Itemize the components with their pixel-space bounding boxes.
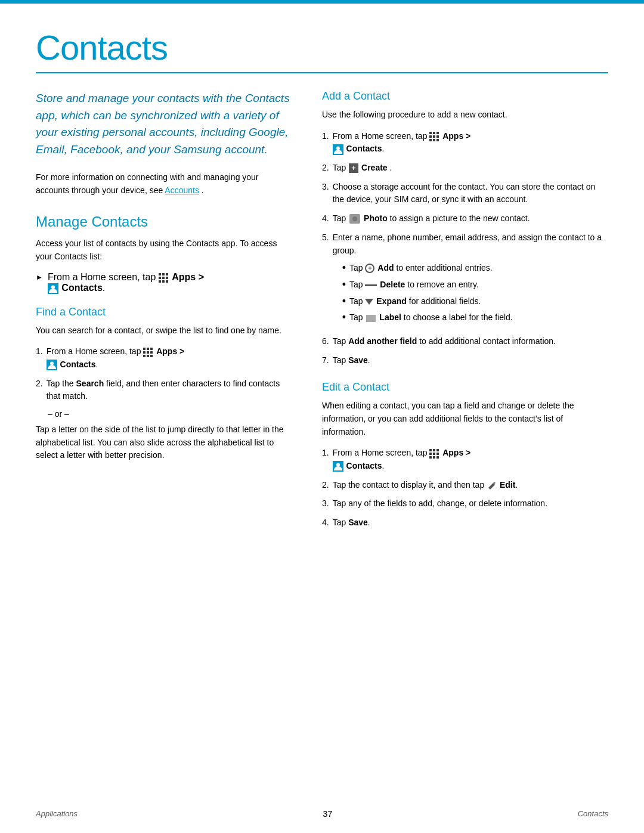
bullet-dot-3: • <box>342 295 346 308</box>
apps-label-manage: Apps > <box>172 272 204 282</box>
edit-step-2-bold: Edit <box>500 480 515 490</box>
edit-step-1: 1. From a Home screen, tap Apps > <box>322 447 608 472</box>
svg-point-7 <box>336 463 340 467</box>
find-step-1-text: From a Home screen, tap Apps > <box>47 345 185 371</box>
manage-contacts-step: ► From a Home screen, tap Apps > <box>36 272 292 294</box>
edit-step-4: 4. Tap Save. <box>322 516 608 529</box>
edit-step-1-num: 1. <box>322 447 329 472</box>
find-step-1-num: 1. <box>36 345 43 371</box>
edit-step-2: 2. Tap the contact to display it, and th… <box>322 479 608 492</box>
create-icon: + <box>349 163 358 173</box>
edit-step-3-num: 3. <box>322 497 329 510</box>
svg-point-5 <box>336 146 340 150</box>
bullet-dot-1: • <box>342 262 346 275</box>
edit-step-1-text: From a Home screen, tap Apps > <box>333 447 471 472</box>
intro-normal-prefix: For more information on connecting with … <box>36 172 259 195</box>
edit-step-4-num: 4. <box>322 516 329 529</box>
add-step-7: 7. Tap Save. <box>322 354 608 367</box>
add-contact-list: 1. From a Home screen, tap Apps > <box>322 130 608 367</box>
edit-pencil-icon <box>487 481 497 490</box>
sub-bullet-label: • Tap Label to choose a label for the fi… <box>342 311 608 324</box>
edit-contact-list: 1. From a Home screen, tap Apps > <box>322 447 608 529</box>
apps-grid-icon-edit <box>429 449 439 459</box>
add-step-2-bold: Create <box>361 163 388 172</box>
svg-point-3 <box>50 362 54 366</box>
right-column: Add a Contact Use the following procedur… <box>322 90 608 535</box>
add-step-5-num: 5. <box>322 231 329 329</box>
expand-chevron-icon <box>365 299 373 305</box>
contacts-label-manage: Contacts <box>61 283 102 293</box>
find-contact-body: You can search for a contact, or swipe t… <box>36 324 292 337</box>
add-step-3-num: 3. <box>322 181 329 206</box>
edit-contacts-label: Contacts <box>346 461 382 470</box>
add-step-1: 1. From a Home screen, tap Apps > <box>322 130 608 156</box>
accounts-link[interactable]: Accounts <box>165 185 199 195</box>
tap-letter-text: Tap a letter on the side of the list to … <box>36 423 292 462</box>
add-step-5-text: Enter a name, phone number, email addres… <box>333 231 608 329</box>
sub-add-bold: Add <box>377 263 394 272</box>
apps-icon-manage <box>159 272 172 282</box>
add-step-1-text: From a Home screen, tap Apps > <box>333 130 471 156</box>
manage-contacts-body: Access your list of contacts by using th… <box>36 237 292 263</box>
edit-step-2-text: Tap the contact to display it, and then … <box>333 479 518 492</box>
edit-step-3: 3. Tap any of the fields to add, change,… <box>322 497 608 510</box>
or-separator: – or – <box>48 409 292 419</box>
label-tag-icon <box>366 315 376 322</box>
add-step-4: 4. Tap Photo to assign a picture to the … <box>322 212 608 225</box>
footer-right: Contacts <box>578 809 608 819</box>
add-step-2-text: Tap + Create . <box>333 162 392 175</box>
add-step-6-text: Tap Add another field to add additional … <box>333 335 556 348</box>
page: Contacts Store and manage your contacts … <box>0 0 644 833</box>
sub-bullet-delete: • Tap Delete to remove an entry. <box>342 278 608 292</box>
sub-expand-bold: Expand <box>376 296 407 306</box>
edit-contact-title: Edit a Contact <box>322 381 608 394</box>
content-area: Contacts Store and manage your contacts … <box>0 4 644 583</box>
add-contact-title: Add a Contact <box>322 90 608 103</box>
edit-step-4-text: Tap Save. <box>333 516 370 529</box>
intro-italic-text: Store and manage your contacts with the … <box>36 90 292 158</box>
contacts-icon-manage <box>48 283 58 294</box>
add-step-3: 3. Choose a storage account for the cont… <box>322 181 608 206</box>
sub-bullet-add: • Tap + Add to enter additional entries. <box>342 262 608 275</box>
edit-contact-intro: When editing a contact, you can tap a fi… <box>322 400 608 438</box>
add-contact-intro: Use the following procedure to add a new… <box>322 109 608 122</box>
add-step-4-bold: Photo <box>364 213 388 223</box>
add-circle-icon: + <box>365 264 374 273</box>
find-contacts-label: Contacts <box>60 360 96 369</box>
delete-line-icon <box>365 284 377 286</box>
find-step-2: 2. Tap the Search field, and then enter … <box>36 377 292 403</box>
add-step-6-bold: Add another field <box>348 336 417 346</box>
step-prefix: From a Home screen, tap <box>48 272 156 282</box>
find-step-2-text: Tap the Search field, and then enter cha… <box>47 377 292 403</box>
find-step-2-num: 2. <box>36 377 43 403</box>
manage-contacts-step-text: From a Home screen, tap Apps > <box>48 272 204 294</box>
triangle-icon: ► <box>36 273 43 281</box>
photo-icon <box>349 214 360 224</box>
find-apps-label: Apps > <box>156 346 184 356</box>
sub-delete-bold: Delete <box>380 280 405 289</box>
add-step-2-num: 2. <box>322 162 329 175</box>
footer-page-number: 37 <box>323 809 333 819</box>
add-step-3-text: Choose a storage account for the contact… <box>333 181 608 206</box>
add-step-6-num: 6. <box>322 335 329 348</box>
add-step-5: 5. Enter a name, phone number, email add… <box>322 231 608 329</box>
add-step-7-num: 7. <box>322 354 329 367</box>
title-divider <box>36 72 608 73</box>
edit-step-2-num: 2. <box>322 479 329 492</box>
edit-apps-label: Apps > <box>442 448 470 457</box>
add-sub-bullets: • Tap + Add to enter additional entries. <box>333 262 608 324</box>
add-step-2: 2. Tap + Create . <box>322 162 608 175</box>
add-step-4-num: 4. <box>322 212 329 225</box>
add-step-1-num: 1. <box>322 130 329 156</box>
add-step-6: 6. Tap Add another field to add addition… <box>322 335 608 348</box>
apps-grid-icon <box>159 273 168 283</box>
footer-left: Applications <box>36 809 78 819</box>
add-step-4-text: Tap Photo to assign a picture to the new… <box>333 212 530 225</box>
contacts-icon-find <box>47 360 57 370</box>
bullet-dot-2: • <box>342 278 346 292</box>
add-step-7-text: Tap Save. <box>333 354 370 367</box>
intro-normal-end: . <box>202 185 204 195</box>
apps-grid-icon-add <box>429 132 439 141</box>
left-column: Store and manage your contacts with the … <box>36 90 292 535</box>
edit-step-3-text: Tap any of the fields to add, change, or… <box>333 497 547 510</box>
